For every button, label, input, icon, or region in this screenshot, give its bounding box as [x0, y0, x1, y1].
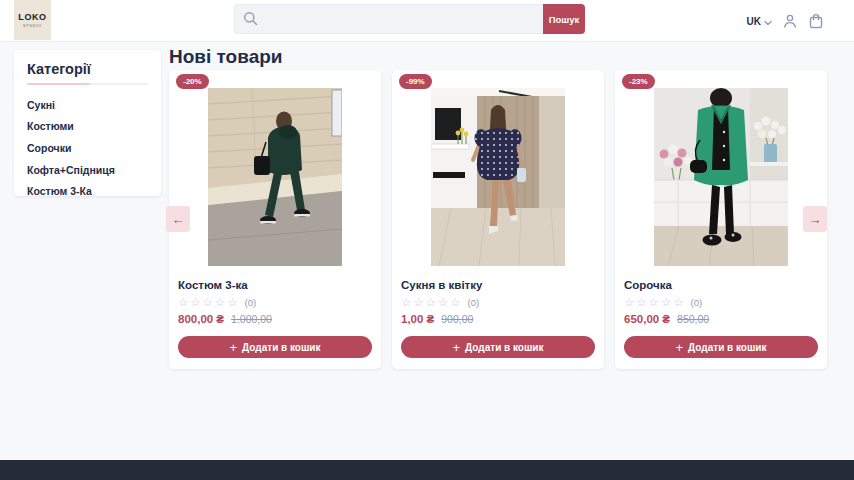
rating-stars-icon: ☆☆☆☆☆ — [624, 295, 686, 309]
plus-icon: + — [230, 341, 238, 354]
current-price: 650,00 ₴ — [624, 313, 670, 325]
footer — [0, 460, 854, 480]
language-label: UK — [747, 16, 761, 27]
product-image[interactable] — [654, 88, 788, 266]
product-card: -23% — [615, 70, 827, 369]
arrow-right-icon: → — [809, 212, 822, 227]
rating-stars-icon: ☆☆☆☆☆ — [178, 295, 240, 309]
product-image-illustration — [208, 88, 342, 266]
rating-count: (0) — [245, 297, 257, 308]
user-icon — [782, 13, 798, 29]
sidebar-title-underline — [27, 83, 148, 85]
storefront-page: LOKO STUDIO Пошук UK — [0, 0, 854, 480]
rating-stars-icon: ☆☆☆☆☆ — [401, 295, 463, 309]
product-image-illustration — [654, 88, 788, 266]
product-image[interactable] — [431, 88, 565, 266]
current-price: 800,00 ₴ — [178, 313, 224, 325]
add-to-cart-label: Додати в кошик — [242, 342, 320, 353]
account-button[interactable] — [781, 13, 798, 30]
search-input[interactable] — [234, 4, 543, 34]
rating-count: (0) — [691, 297, 703, 308]
search-bar: Пошук — [234, 4, 585, 34]
current-price: 1,00 ₴ — [401, 313, 434, 325]
add-to-cart-button[interactable]: + Додати в кошик — [624, 336, 818, 358]
page-title: Нові товари — [169, 46, 283, 68]
rating-row: ☆☆☆☆☆ (0) — [401, 295, 595, 309]
price-row: 1,00 ₴ 900,00 — [401, 313, 595, 325]
logo-title: LOKO — [18, 12, 46, 22]
plus-icon: + — [676, 341, 684, 354]
rating-row: ☆☆☆☆☆ (0) — [178, 295, 372, 309]
product-name[interactable]: Сорочка — [624, 279, 818, 291]
product-card: -99% — [392, 70, 604, 369]
search-button[interactable]: Пошук — [543, 4, 585, 34]
add-to-cart-label: Додати в кошик — [465, 342, 543, 353]
logo[interactable]: LOKO STUDIO — [14, 0, 51, 40]
sidebar-title: Категорії — [27, 61, 148, 77]
cart-button[interactable] — [807, 13, 824, 30]
sidebar-item-sukni[interactable]: Сукні — [27, 94, 148, 116]
price-row: 650,00 ₴ 850,00 — [624, 313, 818, 325]
sidebar-item-kofta-spidnytsia[interactable]: Кофта+Спідниця — [27, 159, 148, 181]
plus-icon: + — [453, 341, 461, 354]
add-to-cart-button[interactable]: + Додати в кошик — [401, 336, 595, 358]
price-row: 800,00 ₴ 1.000,00 — [178, 313, 372, 325]
new-products-carousel: -20% — [169, 70, 827, 369]
discount-badge: -23% — [622, 74, 655, 89]
carousel-next-button[interactable]: → — [803, 206, 827, 232]
old-price: 900,00 — [441, 313, 473, 325]
language-selector[interactable]: UK — [747, 12, 772, 30]
categories-sidebar: Категорії Сукні Костюми Сорочки Кофта+Сп… — [14, 50, 161, 196]
arrow-left-icon: ← — [172, 212, 185, 227]
old-price: 1.000,00 — [231, 313, 272, 325]
discount-badge: -99% — [399, 74, 432, 89]
product-name[interactable]: Костюм 3-ка — [178, 279, 372, 291]
header-actions: UK — [747, 0, 824, 42]
product-image-illustration — [431, 88, 565, 266]
rating-row: ☆☆☆☆☆ (0) — [624, 295, 818, 309]
sidebar-item-kostiumy[interactable]: Костюми — [27, 116, 148, 138]
chevron-down-icon — [764, 12, 772, 30]
header: LOKO STUDIO Пошук UK — [0, 0, 854, 42]
discount-badge: -20% — [176, 74, 209, 89]
sidebar-item-sorochky[interactable]: Сорочки — [27, 137, 148, 159]
add-to-cart-button[interactable]: + Додати в кошик — [178, 336, 372, 358]
shopping-bag-icon — [808, 13, 824, 29]
rating-count: (0) — [468, 297, 480, 308]
product-image[interactable] — [208, 88, 342, 266]
carousel-prev-button[interactable]: ← — [166, 206, 190, 232]
category-list: Сукні Костюми Сорочки Кофта+Спідниця Кос… — [27, 94, 148, 202]
sidebar-item-kostium-3ka[interactable]: Костюм 3-Ка — [27, 180, 148, 202]
product-name[interactable]: Сукня в квітку — [401, 279, 595, 291]
add-to-cart-label: Додати в кошик — [688, 342, 766, 353]
product-card: -20% — [169, 70, 381, 369]
logo-subtitle: STUDIO — [23, 23, 42, 28]
old-price: 850,00 — [677, 313, 709, 325]
